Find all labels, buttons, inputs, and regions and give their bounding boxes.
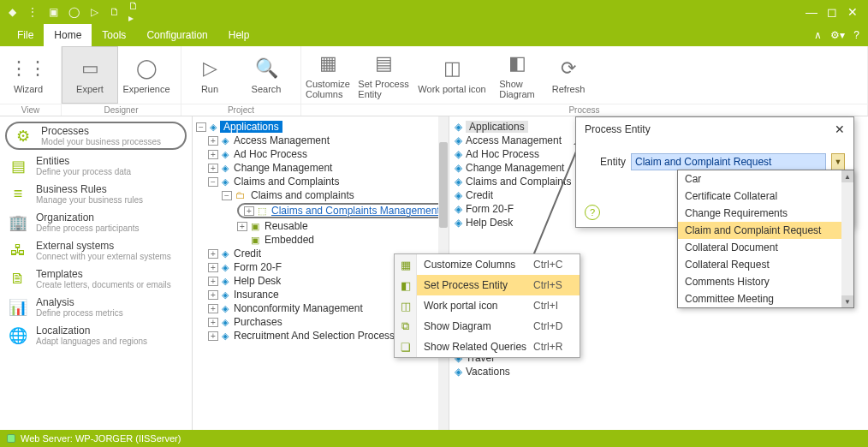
qat-icon-5[interactable]: 🗋▸ xyxy=(128,5,142,19)
dialog-close-icon[interactable]: ✕ xyxy=(835,122,845,136)
ribbon-group-designer: Designer xyxy=(62,104,181,116)
sidebar-item-title: Entities xyxy=(36,155,131,167)
left-navigation: ⚙ Processes Model your business processe… xyxy=(0,116,193,430)
menu-home[interactable]: Home xyxy=(44,24,92,46)
sidebar-item-desc: Model your business processes xyxy=(41,137,161,146)
sidebar-icon: ≡ xyxy=(9,185,27,203)
ribbon-refresh[interactable]: ⟳Refresh xyxy=(543,46,594,104)
tree-item[interactable]: +◈Access Management xyxy=(193,134,438,147)
dropdown-scrollbar[interactable]: ▲▼ xyxy=(841,170,853,307)
ribbon-group-project: Project xyxy=(181,104,300,116)
menu-tools[interactable]: Tools xyxy=(92,24,136,46)
ribbon-experience[interactable]: ◯Experience xyxy=(118,46,175,104)
ribbon-group-process: Process xyxy=(301,104,867,116)
ribbon-search[interactable]: 🔍Search xyxy=(238,46,294,104)
tree-folder-claims[interactable]: −🗀Claims and complaints xyxy=(193,188,438,202)
context-menu-icon: ◧ xyxy=(395,275,417,295)
qat-icon-1[interactable]: ▣ xyxy=(46,5,60,19)
context-menu-icon: ⧉ xyxy=(395,316,417,337)
app-icon: ◆ xyxy=(5,5,19,19)
sidebar-item-desc: Manage your business rules xyxy=(36,195,143,205)
tree-item[interactable]: +◈Ad Hoc Process xyxy=(193,147,438,161)
sidebar-item-external-systems[interactable]: 🖧 External systems Connect with your ext… xyxy=(0,236,192,265)
sidebar-item-title: External systems xyxy=(36,240,171,252)
tree-item-claims[interactable]: −◈Claims and Complaints xyxy=(193,175,438,188)
dropdown-option[interactable]: Claim and Complaint Request xyxy=(678,222,853,239)
sidebar-icon: 🌐 xyxy=(9,326,27,345)
context-menu-shortcut: Ctrl+S xyxy=(533,279,580,291)
sidebar-icon: ▤ xyxy=(9,157,27,176)
context-menu-shortcut: Ctrl+I xyxy=(533,300,580,312)
tree-item[interactable]: +◈Change Management xyxy=(193,161,438,175)
dialog-title: Process Entity xyxy=(585,123,651,135)
sidebar-item-desc: Adapt languages and regions xyxy=(36,337,147,346)
context-menu-label: Customize Columns xyxy=(417,259,533,271)
minimize-button[interactable]: — xyxy=(801,5,822,19)
entity-combobox[interactable]: Claim and Complaint Request xyxy=(631,153,826,170)
tree-embedded[interactable]: ▣Embedded xyxy=(193,233,438,247)
context-menu-label: Set Process Entity xyxy=(417,279,533,291)
sidebar-icon: 📊 xyxy=(9,298,27,317)
status-text: Web Server: WP-JORGER (IISServer) xyxy=(21,433,181,444)
ribbon-set-process-entity[interactable]: ▤Set Process Entity xyxy=(354,46,413,104)
sidebar-icon: 🏢 xyxy=(9,213,27,232)
title-bar: ◆ ⋮ ▣ ◯ ▷ 🗋 🗋▸ — ◻ ✕ xyxy=(0,0,868,24)
dropdown-option[interactable]: Committee Meeting xyxy=(678,290,853,307)
qat-icon-3[interactable]: ▷ xyxy=(87,5,101,19)
ribbon-run[interactable]: ▷Run xyxy=(181,46,238,104)
maximize-button[interactable]: ◻ xyxy=(822,5,842,19)
sidebar-item-business-rules[interactable]: ≡ Business Rules Manage your business ru… xyxy=(0,180,192,208)
tree-process-claims-management[interactable]: +⬚Claims and Complaints Management xyxy=(193,202,438,219)
sidebar-item-templates[interactable]: 🗎 Templates Create letters, documents or… xyxy=(0,265,192,293)
sidebar-item-title: Templates xyxy=(36,268,171,280)
sidebar-item-title: Analysis xyxy=(36,296,123,308)
sidebar-item-desc: Define process metrics xyxy=(36,308,123,318)
qat-icon-4[interactable]: 🗋 xyxy=(108,5,122,19)
menu-configuration[interactable]: Configuration xyxy=(136,24,217,46)
context-menu-shortcut: Ctrl+D xyxy=(533,320,580,332)
ribbon-work-portal-icon[interactable]: ◫Work portal icon xyxy=(413,46,491,104)
sidebar-item-localization[interactable]: 🌐 Localization Adapt languages and regio… xyxy=(0,321,192,349)
sidebar-item-organization[interactable]: 🏢 Organization Define process participan… xyxy=(0,208,192,236)
qat-sep: ⋮ xyxy=(26,5,39,19)
context-menu-icon: ❏ xyxy=(395,337,417,357)
menu-help[interactable]: Help xyxy=(218,24,260,46)
context-menu-item[interactable]: ◧ Set Process Entity Ctrl+S xyxy=(395,275,580,295)
context-menu-item[interactable]: ⧉ Show Diagram Ctrl+D xyxy=(395,316,580,337)
sidebar-item-title: Organization xyxy=(36,212,140,224)
ribbon-expert[interactable]: ▭Expert xyxy=(62,46,118,104)
sidebar-item-desc: Define your process data xyxy=(36,167,131,176)
sidebar-item-entities[interactable]: ▤ Entities Define your process data xyxy=(0,152,192,180)
context-menu-item[interactable]: ◫ Work portal icon Ctrl+I xyxy=(395,295,580,316)
dropdown-option[interactable]: Comments History xyxy=(678,273,853,290)
menu-file[interactable]: File xyxy=(7,24,44,46)
collapse-ribbon-icon[interactable]: ∧ xyxy=(814,29,822,41)
context-menu-item[interactable]: ❏ Show Related Queries Ctrl+R xyxy=(395,337,580,357)
context-menu-label: Show Diagram xyxy=(417,320,533,332)
help-icon[interactable]: ? xyxy=(853,29,859,41)
sidebar-item-title: Processes xyxy=(41,125,161,137)
close-button[interactable]: ✕ xyxy=(842,5,863,19)
dialog-help-icon[interactable]: ? xyxy=(585,205,600,220)
sidebar-item-processes[interactable]: ⚙ Processes Model your business processe… xyxy=(5,122,187,150)
dropdown-option[interactable]: Collateral Document xyxy=(678,239,853,256)
sidebar-icon: ⚙ xyxy=(14,127,33,146)
ribbon-wizard[interactable]: ⋮⋮Wizard xyxy=(0,46,56,104)
settings-gear-icon[interactable]: ⚙▾ xyxy=(830,29,845,41)
sidebar-icon: 🗎 xyxy=(9,270,27,288)
ribbon-show-diagram[interactable]: ◧Show Diagram xyxy=(491,46,543,104)
sidebar-item-analysis[interactable]: 📊 Analysis Define process metrics xyxy=(0,293,192,321)
dropdown-option[interactable]: Change Requirements xyxy=(678,205,853,222)
ribbon-customize-columns[interactable]: ▦Customize Columns xyxy=(301,46,354,104)
tree-reusable[interactable]: +▣Reusable xyxy=(193,219,438,233)
context-menu-item[interactable]: ▦ Customize Columns Ctrl+C xyxy=(395,254,580,275)
dropdown-option[interactable]: Certificate Collateral xyxy=(678,188,853,205)
sidebar-item-title: Business Rules xyxy=(36,183,143,195)
qat-icon-2[interactable]: ◯ xyxy=(67,5,80,19)
dropdown-option[interactable]: Car xyxy=(678,170,853,188)
ribbon-group-view: View xyxy=(0,104,61,116)
entity-dropdown-button[interactable]: ▼ xyxy=(831,153,845,170)
tree-root[interactable]: −◈Applications xyxy=(193,120,438,134)
dropdown-option[interactable]: Collateral Request xyxy=(678,256,853,273)
right-tree-item[interactable]: ◈Vacations xyxy=(449,365,868,378)
